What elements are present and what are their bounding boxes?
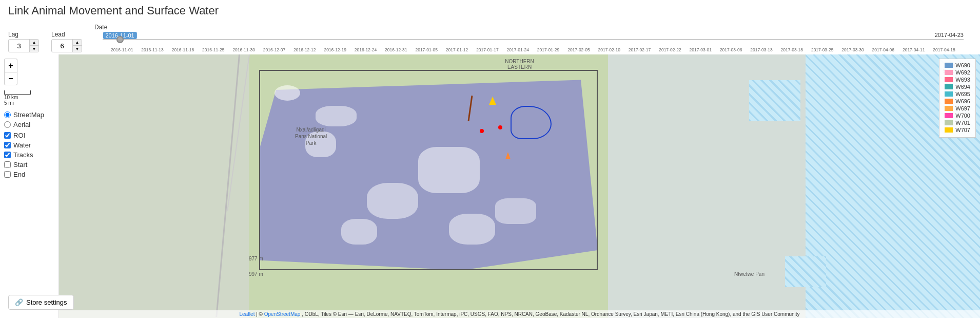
tick-label: 2016-11-25	[202, 47, 224, 52]
legend-color-swatch	[945, 84, 953, 89]
legend-color-swatch	[945, 91, 953, 97]
lag-up-button[interactable]: ▲	[29, 40, 38, 46]
legend-color-swatch	[945, 106, 953, 111]
aerial-radio[interactable]: Aerial	[4, 121, 54, 128]
tick-label: 2017-03-18	[781, 47, 803, 52]
tick-label: 2017-03-01	[690, 47, 712, 52]
streetmap-radio[interactable]: StreetMap	[4, 111, 54, 119]
tick-label: 2017-02-22	[659, 47, 681, 52]
water-label: Water	[13, 141, 31, 149]
zoom-controls: + −	[4, 59, 54, 85]
tick-label: 2016-12-07	[263, 47, 285, 52]
tick-label: 2017-03-30	[841, 47, 864, 52]
page-title: Link Animal Movement and Surface Water	[8, 4, 972, 17]
store-settings-label: Store settings	[26, 298, 67, 306]
legend-item-label: W701	[955, 120, 970, 126]
legend-color-swatch	[945, 127, 953, 133]
legend-item: W695	[945, 91, 970, 97]
scale-5mi: 5 mi	[4, 100, 54, 106]
roi-label: ROI	[13, 132, 25, 139]
tick-label: 2016-12-24	[355, 47, 377, 52]
leaflet-link[interactable]: Leaflet	[239, 311, 254, 317]
legend-item: W697	[945, 105, 970, 111]
tick-label: 2016-11-30	[232, 47, 254, 52]
marker-red	[480, 129, 484, 133]
legend-item: W707	[945, 127, 970, 133]
scale-bar: 10 km 5 mi	[4, 90, 54, 106]
zoom-out-button[interactable]: −	[4, 72, 17, 85]
lead-label: Lead	[51, 31, 82, 38]
tick-label: 2017-03-06	[720, 47, 742, 52]
tick-label: 2016-11-13	[141, 47, 163, 52]
osm-link[interactable]: OpenStreetMap	[264, 311, 301, 317]
tick-label: 2017-02-17	[629, 47, 651, 52]
tick-label: 2017-01-12	[446, 47, 468, 52]
tracks-label: Tracks	[13, 151, 33, 159]
legend-item-label: W694	[955, 84, 970, 90]
tick-label: 2017-01-17	[476, 47, 498, 52]
tick-label: 2017-02-05	[567, 47, 590, 52]
sidebar: + − 10 km 5 mi StreetMap Aerial	[0, 54, 59, 318]
map-area[interactable]: NataSanctuary NORTHERNEASTERN Nxai/adlig…	[59, 54, 980, 318]
water-checkbox[interactable]	[4, 142, 11, 148]
layer-checkboxes: ROI Water Tracks Start End	[4, 132, 54, 178]
legend-item: W690	[945, 62, 970, 68]
end-checkbox-item[interactable]: End	[4, 171, 54, 178]
legend-item-label: W707	[955, 127, 970, 133]
end-label: End	[13, 171, 25, 178]
legend-item: W692	[945, 69, 970, 76]
timeline-handle[interactable]	[116, 36, 124, 43]
legend-color-swatch	[945, 99, 953, 104]
scale-10km: 10 km	[4, 95, 54, 100]
tick-label: 2017-03-25	[811, 47, 833, 52]
tick-label: 2016-11-01	[111, 47, 133, 52]
tick-label: 2017-04-11	[903, 47, 925, 52]
lead-input[interactable]: 6	[52, 41, 72, 51]
store-settings-icon: 🔗	[15, 298, 23, 306]
legend-item: W693	[945, 77, 970, 83]
legend-item: W701	[945, 120, 970, 126]
roi-checkbox[interactable]	[4, 132, 11, 139]
legend-color-swatch	[945, 70, 953, 75]
legend-item-label: W696	[955, 98, 970, 104]
start-checkbox-item[interactable]: Start	[4, 161, 54, 169]
legend-item-label: W700	[955, 113, 970, 119]
legend-item: W694	[945, 84, 970, 90]
attribution: Leaflet | © OpenStreetMap , ODbL, Tiles …	[59, 310, 980, 318]
start-label: Start	[13, 161, 27, 169]
tracks-checkbox-item[interactable]: Tracks	[4, 151, 54, 159]
legend-item-label: W692	[955, 69, 970, 76]
legend-item-label: W690	[955, 62, 970, 68]
lag-spinner[interactable]: 3 ▲ ▼	[8, 39, 39, 52]
legend-color-swatch	[945, 63, 953, 68]
lead-up-button[interactable]: ▲	[72, 40, 82, 46]
lag-input[interactable]: 3	[9, 41, 29, 51]
roi-box	[259, 70, 598, 270]
water-patch-1	[749, 80, 800, 121]
lag-down-button[interactable]: ▼	[29, 46, 38, 52]
roi-checkbox-item[interactable]: ROI	[4, 132, 54, 139]
store-settings-button[interactable]: 🔗 Store settings	[8, 295, 74, 310]
legend-color-swatch	[945, 77, 953, 82]
timeline-bar	[103, 39, 964, 40]
marker-red-2	[498, 125, 502, 129]
tick-label: 2017-04-06	[872, 47, 894, 52]
date-end-label: 2017-04-23	[935, 32, 964, 38]
tick-label: 2017-02-10	[598, 47, 620, 52]
ticks-row: 2016-11-012016-11-132016-11-182016-11-25…	[103, 47, 964, 52]
lead-spinner[interactable]: 6 ▲ ▼	[51, 39, 82, 52]
lead-control: Lead 6 ▲ ▼	[51, 31, 82, 52]
legend-color-swatch	[945, 113, 953, 118]
start-checkbox[interactable]	[4, 161, 11, 168]
water-checkbox-item[interactable]: Water	[4, 141, 54, 149]
lag-label: Lag	[8, 31, 39, 38]
lead-down-button[interactable]: ▼	[72, 46, 82, 52]
zoom-in-button[interactable]: +	[4, 59, 17, 72]
end-checkbox[interactable]	[4, 171, 11, 178]
aerial-label: Aerial	[13, 121, 30, 128]
tracks-checkbox[interactable]	[4, 152, 11, 158]
basemap-group: StreetMap Aerial	[4, 111, 54, 128]
legend-item: W700	[945, 113, 970, 119]
timeline-track[interactable]: 2016-11-01 2017-04-23	[103, 32, 964, 47]
tick-label: 2016-12-31	[385, 47, 407, 52]
